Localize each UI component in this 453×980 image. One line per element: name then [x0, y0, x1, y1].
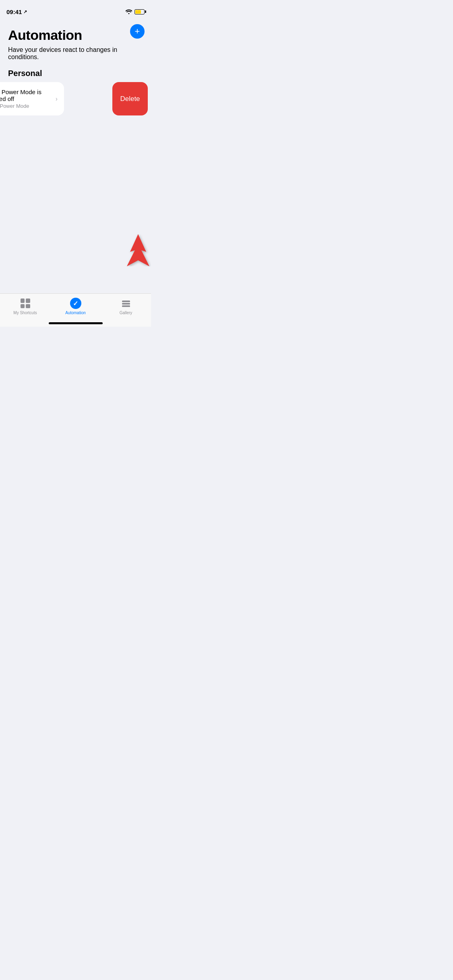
- status-icons: ⚡: [126, 9, 145, 14]
- svg-marker-0: [127, 234, 149, 266]
- delete-button[interactable]: Delete: [112, 82, 148, 115]
- battery-container: ⚡: [134, 9, 145, 14]
- my-shortcuts-label: My Shortcuts: [13, 311, 37, 315]
- automation-icon: ✓: [70, 298, 81, 309]
- grid-icon: [21, 299, 30, 308]
- page-title: Automation: [0, 18, 151, 45]
- plus-icon: +: [135, 27, 140, 36]
- delete-label: Delete: [120, 95, 140, 103]
- tab-my-shortcuts[interactable]: My Shortcuts: [0, 298, 50, 315]
- card-text: Low Power Mode is turned off Low Power M…: [0, 89, 50, 109]
- svg-rect-3: [122, 305, 130, 307]
- page-subtitle: Have your devices react to changes in co…: [0, 45, 151, 69]
- tab-automation[interactable]: ✓ Automation: [50, 298, 101, 315]
- svg-rect-2: [122, 303, 130, 305]
- section-header-personal: Personal: [0, 69, 151, 82]
- card-wrapper: Low Power Mode is turned off Low Power M…: [4, 82, 151, 115]
- chevron-right-icon: ›: [56, 95, 58, 103]
- tab-gallery[interactable]: Gallery: [101, 298, 151, 315]
- status-time: 09:41 ↗: [6, 8, 27, 15]
- add-button[interactable]: +: [130, 24, 145, 39]
- automation-card[interactable]: Low Power Mode is turned off Low Power M…: [0, 82, 64, 115]
- location-icon: ↗: [23, 9, 27, 14]
- battery-fill: ⚡: [135, 10, 141, 14]
- wifi-icon: [126, 9, 132, 14]
- gallery-label: Gallery: [120, 311, 132, 315]
- status-bar: 09:41 ↗ ⚡: [0, 0, 151, 18]
- card-title: Low Power Mode is turned off: [0, 89, 50, 102]
- svg-rect-1: [122, 301, 130, 302]
- check-icon: ✓: [73, 300, 78, 307]
- gallery-icon-wrap: [120, 298, 132, 309]
- swipe-row: Low Power Mode is turned off Low Power M…: [4, 82, 151, 115]
- home-indicator: [49, 322, 103, 324]
- automation-check-icon: ✓: [70, 298, 81, 309]
- my-shortcuts-icon: [20, 298, 31, 309]
- battery-icon: ⚡: [134, 9, 145, 14]
- gallery-layers-icon: [120, 298, 132, 309]
- card-subtitle: Low Power Mode: [0, 103, 50, 109]
- tab-bar: My Shortcuts ✓ Automation Gallery: [0, 293, 151, 327]
- automation-label: Automation: [65, 311, 86, 315]
- battery-bolt-icon: ⚡: [136, 10, 140, 13]
